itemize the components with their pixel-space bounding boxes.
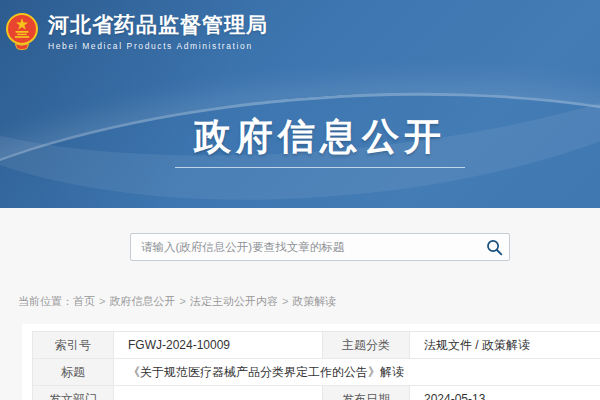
- national-emblem-icon: [5, 10, 39, 52]
- breadcrumb-separator: >: [179, 295, 185, 307]
- breadcrumb-separator: >: [282, 295, 288, 307]
- search-input[interactable]: [131, 234, 479, 260]
- topic-category-label: 主题分类: [323, 332, 410, 359]
- breadcrumb-separator: >: [99, 295, 105, 307]
- title-underline: [175, 167, 465, 168]
- search-icon: [486, 239, 503, 256]
- document-card: 索引号 FGWJ-2024-10009 主题分类 法规文件 / 政策解读 标题 …: [22, 324, 600, 400]
- page-title: 政府信息公开: [20, 112, 600, 162]
- breadcrumb: 当前位置：首页>政府信息公开>法定主动公开内容>政策解读: [18, 294, 336, 309]
- breadcrumb-item-statutory-disclosure[interactable]: 法定主动公开内容: [190, 295, 278, 307]
- search-button[interactable]: [479, 234, 509, 260]
- topic-category-value: 法规文件 / 政策解读: [410, 332, 600, 359]
- breadcrumb-item-policy-interpretation[interactable]: 政策解读: [292, 295, 336, 307]
- org-name: 河北省药品监督管理局: [48, 12, 268, 38]
- content-area: 当前位置：首页>政府信息公开>法定主动公开内容>政策解读 索引号 FGWJ-20…: [0, 208, 600, 400]
- site-logo[interactable]: 河北省药品监督管理局 Hebei Medical Products Admini…: [5, 10, 268, 52]
- index-number-value: FGWJ-2024-10009: [114, 332, 323, 359]
- issuing-department-value: [114, 386, 323, 400]
- title-label: 标题: [33, 359, 114, 386]
- publish-date-value: 2024-05-13: [410, 386, 600, 400]
- issuing-department-label: 发文部门: [33, 386, 114, 400]
- breadcrumb-prefix: 当前位置：: [18, 295, 73, 307]
- site-title-block: 河北省药品监督管理局 Hebei Medical Products Admini…: [48, 12, 268, 51]
- org-name-english: Hebei Medical Products Administration: [48, 41, 268, 51]
- page: 河北省药品监督管理局 Hebei Medical Products Admini…: [0, 0, 600, 400]
- breadcrumb-item-gov-info[interactable]: 政府信息公开: [109, 295, 175, 307]
- breadcrumb-item-home[interactable]: 首页: [73, 295, 95, 307]
- table-row: 索引号 FGWJ-2024-10009 主题分类 法规文件 / 政策解读: [33, 332, 600, 359]
- document-info-table: 索引号 FGWJ-2024-10009 主题分类 法规文件 / 政策解读 标题 …: [32, 331, 600, 400]
- top-banner: 河北省药品监督管理局 Hebei Medical Products Admini…: [0, 0, 600, 208]
- index-number-label: 索引号: [33, 332, 114, 359]
- table-row: 标题 《关于规范医疗器械产品分类界定工作的公告》解读: [33, 359, 600, 386]
- table-row: 发文部门 发布日期 2024-05-13: [33, 386, 600, 400]
- title-value: 《关于规范医疗器械产品分类界定工作的公告》解读: [114, 359, 600, 386]
- publish-date-label: 发布日期: [323, 386, 410, 400]
- search-box: [130, 233, 510, 261]
